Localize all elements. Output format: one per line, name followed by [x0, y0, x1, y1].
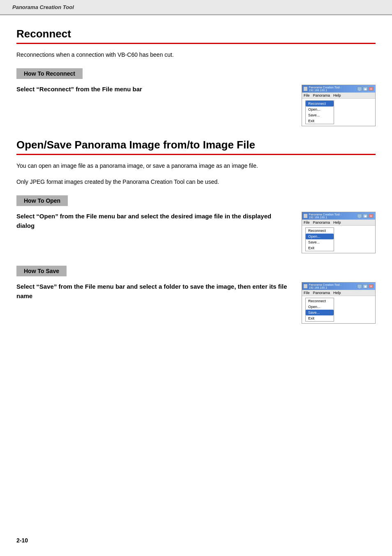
opensave-section: Open/Save Panorama Image from/to Image F… — [16, 139, 376, 324]
reconnect-mini-title: Panorama Creation Tool - 192.168.100.1 — [309, 86, 357, 92]
reconnect-intro: Reconnections when a connection with VB-… — [16, 51, 376, 59]
open-mini-title: Panorama Creation Tool - 192.168.100.1 — [309, 213, 357, 219]
how-to-open-label: How To Open — [24, 197, 60, 204]
how-to-open-box: How To Open — [16, 195, 68, 206]
save-open-item[interactable]: Open... — [306, 304, 334, 310]
save-panorama-menu[interactable]: Panorama — [313, 291, 330, 295]
open-mini-window: Panorama Creation Tool - 192.168.100.1 _… — [302, 212, 376, 253]
panorama-menu[interactable]: Panorama — [313, 93, 330, 97]
how-to-reconnect-box: How To Reconnect — [16, 68, 83, 79]
close-icon: ✕ — [369, 87, 374, 91]
open-mini-menubar: File Panorama Help — [302, 220, 375, 226]
save-close-icon: ✕ — [369, 284, 374, 288]
open-step-text: Select “Open” from the File menu bar and… — [16, 212, 289, 230]
open-restore-icon: ▣ — [363, 214, 368, 218]
open-mini-body: Reconnect Open... Save... Exit — [302, 226, 375, 253]
how-to-save-label: How To Save — [24, 268, 59, 274]
reconnect-mini-menubar: File Panorama Help — [302, 93, 375, 99]
open-open-item[interactable]: Open... — [306, 234, 334, 239]
open-step-row: Select “Open” from the File menu bar and… — [16, 212, 376, 253]
open-file-popup: Reconnect Open... Save... Exit — [305, 227, 334, 251]
how-to-save-box: How To Save — [16, 266, 67, 276]
reconnect-mini-app-icon — [304, 87, 307, 91]
reconnect-mini-body: Reconnect Open... Save... Exit — [302, 99, 375, 126]
open-reconnect-item[interactable]: Reconnect — [306, 228, 334, 234]
open-close-icon: ✕ — [369, 214, 374, 218]
reconnect-mini-window: Panorama Creation Tool - 192.168.100.1 _… — [302, 85, 376, 126]
save-menu-item[interactable]: Save... — [306, 112, 334, 118]
save-reconnect-item[interactable]: Reconnect — [306, 298, 334, 304]
reconnect-section: Reconnect Reconnections when a connectio… — [16, 28, 376, 126]
help-menu[interactable]: Help — [333, 93, 341, 97]
save-mini-app-icon — [304, 284, 307, 288]
page-number: 2-10 — [16, 537, 28, 544]
opensave-intro-text2: Only JPEG format images created by the P… — [16, 178, 219, 185]
save-mini-window: Panorama Creation Tool - 192.168.100.1 _… — [302, 282, 376, 324]
open-exit-item[interactable]: Exit — [306, 245, 334, 251]
save-minimize-icon: _ — [357, 284, 362, 288]
open-mini-app-icon — [304, 214, 307, 218]
opensave-title: Open/Save Panorama Image from/to Image F… — [16, 139, 376, 155]
save-step-text: Select “Save” from the File menu bar and… — [16, 282, 289, 301]
open-menu-item[interactable]: Open... — [306, 107, 334, 112]
save-file-menu[interactable]: File — [304, 291, 310, 295]
save-step-row: Select “Save” from the File menu bar and… — [16, 282, 376, 324]
file-menu[interactable]: File — [304, 93, 310, 97]
minimize-icon: _ — [357, 87, 362, 91]
save-mini-menubar: File Panorama Help — [302, 290, 375, 296]
header-title: Panorama Creation Tool — [12, 4, 74, 10]
how-to-reconnect-label: How To Reconnect — [24, 70, 75, 77]
reconnect-file-popup: Reconnect Open... Save... Exit — [305, 100, 334, 124]
opensave-intro-line2: Only JPEG format images created by the P… — [16, 178, 376, 186]
save-mini-title: Panorama Creation Tool - 192.168.100.1 — [309, 283, 357, 289]
save-help-menu[interactable]: Help — [333, 291, 341, 295]
open-file-menu[interactable]: File — [304, 220, 310, 225]
reconnect-step-row: Select “Reconnect” from the File menu ba… — [16, 85, 376, 126]
page-content: Reconnect Reconnections when a connectio… — [0, 15, 392, 348]
restore-icon: ▣ — [363, 87, 368, 91]
header-bar: Panorama Creation Tool — [0, 0, 392, 15]
open-panorama-menu[interactable]: Panorama — [313, 220, 330, 225]
save-save-item[interactable]: Save... — [306, 310, 334, 315]
reconnect-menu-item[interactable]: Reconnect — [306, 101, 334, 107]
save-mini-body: Reconnect Open... Save... Exit — [302, 296, 375, 323]
open-help-menu[interactable]: Help — [333, 220, 341, 225]
save-file-popup: Reconnect Open... Save... Exit — [305, 298, 334, 322]
save-restore-icon: ▣ — [363, 284, 368, 288]
reconnect-mini-titlebar: Panorama Creation Tool - 192.168.100.1 _… — [302, 85, 375, 93]
open-minimize-icon: _ — [357, 214, 362, 218]
reconnect-step-text: Select “Reconnect” from the File menu ba… — [16, 85, 289, 94]
open-mini-titlebar: Panorama Creation Tool - 192.168.100.1 _… — [302, 212, 375, 220]
opensave-intro-text1: You can open an image file as a panorama… — [16, 162, 258, 169]
open-save-item[interactable]: Save... — [306, 239, 334, 245]
exit-menu-item[interactable]: Exit — [306, 118, 334, 124]
save-exit-item[interactable]: Exit — [306, 315, 334, 321]
page-wrapper: Panorama Creation Tool Reconnect Reconne… — [0, 0, 392, 556]
save-mini-titlebar: Panorama Creation Tool - 192.168.100.1 _… — [302, 283, 375, 290]
reconnect-title: Reconnect — [16, 28, 376, 44]
opensave-intro-line1: You can open an image file as a panorama… — [16, 162, 376, 170]
